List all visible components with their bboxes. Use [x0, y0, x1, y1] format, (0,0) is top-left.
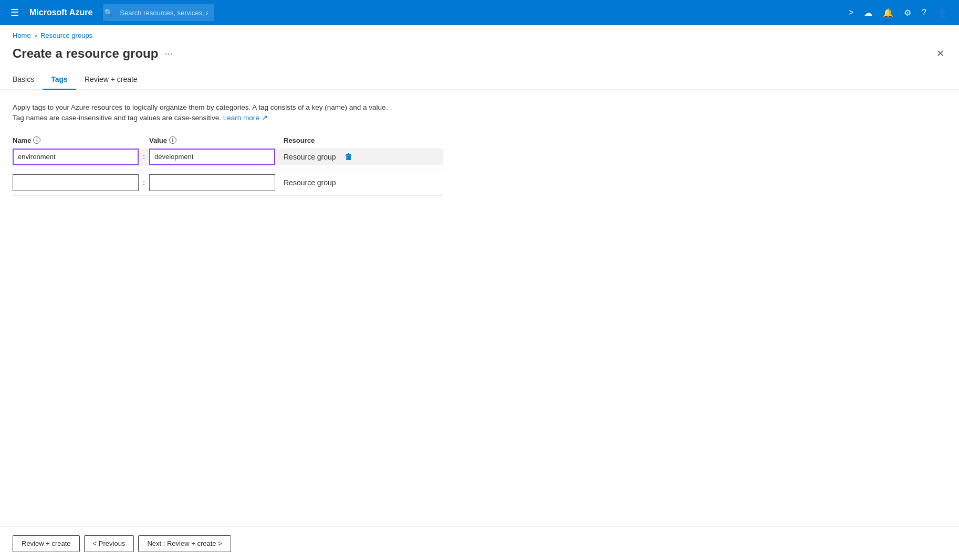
tag-row-2: : Resource group [13, 174, 443, 191]
tags-table: Name i Value i Resource : Resource group… [13, 136, 443, 196]
hamburger-icon[interactable]: ☰ [8, 5, 21, 20]
breadcrumb-home[interactable]: Home [13, 31, 31, 39]
search-container: 🔍 [99, 4, 214, 21]
page-header: Create a resource group ··· ✕ [0, 41, 959, 70]
tabs-container: Basics Tags Review + create [0, 70, 959, 90]
col-header-value: Value i [149, 136, 275, 144]
tag-name-input-1[interactable] [13, 149, 139, 165]
tag-separator-2: : [139, 178, 149, 186]
tags-description: Apply tags to your Azure resources to lo… [13, 102, 391, 124]
account-icon[interactable]: 👤 [934, 6, 951, 20]
close-button[interactable]: ✕ [934, 46, 946, 61]
more-options-icon[interactable]: ··· [164, 48, 172, 59]
name-info-icon[interactable]: i [33, 136, 40, 144]
tag-value-input-2[interactable] [149, 174, 275, 191]
tag-delete-button-1[interactable]: 🗑 [340, 152, 353, 162]
tag-resource-label-1: Resource group [284, 153, 336, 161]
notifications-icon[interactable]: 🔔 [880, 6, 897, 20]
tab-tags[interactable]: Tags [43, 70, 76, 90]
topbar-icons: > ☁ 🔔 ⚙ ? 👤 [846, 6, 951, 20]
col-header-resource: Resource [275, 136, 443, 144]
tags-row-divider [13, 170, 443, 170]
cloud-shell-icon[interactable]: ☁ [861, 6, 875, 20]
help-icon[interactable]: ? [919, 6, 930, 19]
tab-review-create[interactable]: Review + create [76, 70, 146, 90]
tags-table-header: Name i Value i Resource [13, 136, 443, 149]
tab-basics[interactable]: Basics [13, 70, 43, 90]
description-text: Apply tags to your Azure resources to lo… [13, 103, 388, 122]
terminal-icon[interactable]: > [846, 6, 857, 19]
topbar: ☰ Microsoft Azure 🔍 > ☁ 🔔 ⚙ ? 👤 [0, 0, 959, 25]
review-create-button[interactable]: Review + create [13, 535, 80, 552]
bottom-bar: Review + create < Previous Next : Review… [0, 526, 959, 560]
breadcrumb-sep-1: > [34, 33, 37, 39]
settings-icon[interactable]: ⚙ [901, 6, 914, 20]
tags-table-divider [13, 195, 443, 196]
search-input[interactable] [103, 4, 214, 21]
tag-separator-1: : [139, 153, 149, 161]
tag-resource-cell-2: Resource group [275, 178, 443, 187]
previous-button[interactable]: < Previous [84, 535, 134, 552]
search-icon: 🔍 [104, 8, 113, 17]
tag-resource-cell-1: Resource group 🗑 [275, 152, 443, 162]
tag-name-input-2[interactable] [13, 174, 139, 191]
col-header-name: Name i [13, 136, 139, 144]
next-button[interactable]: Next : Review + create > [138, 535, 231, 552]
app-title: Microsoft Azure [29, 8, 92, 17]
breadcrumb-resource-groups[interactable]: Resource groups [40, 31, 92, 39]
page-title: Create a resource group [13, 46, 158, 61]
tag-row-1: : Resource group 🗑 [13, 149, 443, 165]
value-info-icon[interactable]: i [169, 136, 176, 144]
breadcrumb: Home > Resource groups [0, 25, 959, 41]
learn-more-link[interactable]: Learn more ↗ [223, 114, 268, 122]
main-content: Apply tags to your Azure resources to lo… [0, 90, 959, 208]
tag-resource-label-2: Resource group [284, 178, 336, 187]
tag-value-input-1[interactable] [149, 149, 275, 165]
